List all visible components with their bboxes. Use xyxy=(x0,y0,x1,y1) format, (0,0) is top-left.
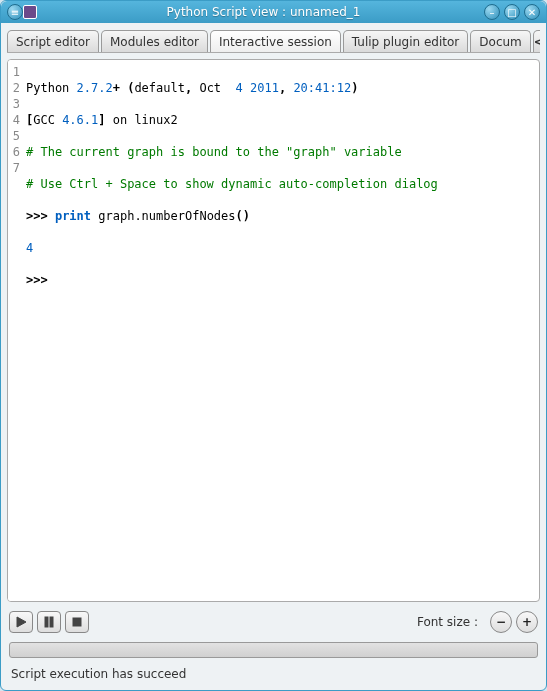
line-number: 1 xyxy=(8,64,20,80)
tab-script-editor[interactable]: Script editor xyxy=(7,30,99,53)
line-number-gutter: 1 2 3 4 5 6 7 xyxy=(8,60,22,601)
tab-label: Docum xyxy=(479,35,521,49)
code-editor[interactable]: 1 2 3 4 5 6 7 Python 2.7.2+ (default, Oc… xyxy=(7,59,540,602)
tab-modules-editor[interactable]: Modules editor xyxy=(101,30,208,53)
code-line: [GCC 4.6.1] on linux2 xyxy=(26,112,535,128)
line-number: 2 xyxy=(8,80,20,96)
close-button[interactable]: ✕ xyxy=(524,4,540,20)
svg-rect-1 xyxy=(45,617,48,627)
plus-icon: + xyxy=(522,615,532,629)
code-area[interactable]: Python 2.7.2+ (default, Oct 4 2011, 20:4… xyxy=(22,60,539,601)
stop-button[interactable] xyxy=(65,611,89,633)
code-line: >>> xyxy=(26,272,535,288)
stop-icon xyxy=(71,616,83,628)
line-number: 5 xyxy=(8,128,20,144)
svg-marker-0 xyxy=(17,617,26,627)
window-buttons: – □ ✕ xyxy=(484,4,540,20)
tab-label: Modules editor xyxy=(110,35,199,49)
tab-label: Tulip plugin editor xyxy=(352,35,459,49)
tab-label: Interactive session xyxy=(219,35,332,49)
tab-interactive-session[interactable]: Interactive session xyxy=(210,30,341,53)
content-area: Script editor Modules editor Interactive… xyxy=(1,23,546,690)
code-line: Python 2.7.2+ (default, Oct 4 2011, 20:4… xyxy=(26,80,535,96)
font-decrease-button[interactable]: − xyxy=(490,611,512,633)
svg-rect-2 xyxy=(50,617,53,627)
code-line: # Use Ctrl + Space to show dynamic auto-… xyxy=(26,176,535,192)
code-line: # The current graph is bound to the "gra… xyxy=(26,144,535,160)
minimize-button[interactable]: – xyxy=(484,4,500,20)
font-increase-button[interactable]: + xyxy=(516,611,538,633)
progress-bar xyxy=(9,642,538,658)
tab-scroll-left[interactable]: < xyxy=(533,30,540,53)
tab-bar: Script editor Modules editor Interactive… xyxy=(7,29,540,53)
line-number: 3 xyxy=(8,96,20,112)
controls-bar: Font size : − + xyxy=(7,608,540,636)
svg-rect-3 xyxy=(73,618,81,626)
window-title: Python Script view : unnamed_1 xyxy=(43,5,484,19)
status-text: Script execution has succeed xyxy=(11,667,186,681)
line-number: 6 xyxy=(8,144,20,160)
chevron-left-icon: < xyxy=(534,35,540,49)
run-button[interactable] xyxy=(9,611,33,633)
maximize-button[interactable]: □ xyxy=(504,4,520,20)
pause-button[interactable] xyxy=(37,611,61,633)
app-icon xyxy=(23,5,37,19)
tab-label: Script editor xyxy=(16,35,90,49)
tab-documentation[interactable]: Docum xyxy=(470,30,530,53)
line-number: 7 xyxy=(8,160,20,176)
minus-icon: − xyxy=(496,615,506,629)
main-window: ≡ Python Script view : unnamed_1 – □ ✕ S… xyxy=(0,0,547,691)
code-line: >>> print graph.numberOfNodes() xyxy=(26,208,535,224)
tab-tulip-plugin-editor[interactable]: Tulip plugin editor xyxy=(343,30,468,53)
window-menu-button[interactable]: ≡ xyxy=(7,4,23,20)
pause-icon xyxy=(43,616,55,628)
font-size-label: Font size : xyxy=(417,615,478,629)
titlebar: ≡ Python Script view : unnamed_1 – □ ✕ xyxy=(1,1,546,23)
play-icon xyxy=(15,616,27,628)
code-line: 4 xyxy=(26,240,535,256)
status-bar: Script execution has succeed xyxy=(7,664,540,684)
line-number: 4 xyxy=(8,112,20,128)
